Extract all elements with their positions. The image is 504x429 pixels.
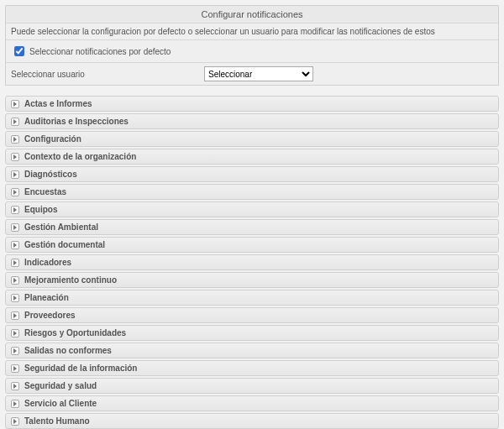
accordion-item[interactable]: Seguridad y salud — [5, 378, 499, 394]
panel-title: Configurar notificaciones — [6, 6, 498, 24]
accordion-label: Contexto de la organización — [24, 152, 136, 161]
expand-icon — [11, 170, 19, 179]
accordion-item[interactable]: Configuración — [5, 131, 499, 147]
accordion-label: Auditorias e Inspecciones — [24, 117, 129, 126]
accordion-item[interactable]: Riesgos y Oportunidades — [5, 325, 499, 341]
accordion-item[interactable]: Diagnósticos — [5, 166, 499, 182]
accordion-item[interactable]: Mejoramiento continuo — [5, 272, 499, 288]
expand-icon — [11, 364, 19, 373]
accordion-item[interactable]: Contexto de la organización — [5, 149, 499, 165]
expand-icon — [11, 223, 19, 232]
accordion-label: Configuración — [24, 134, 81, 144]
accordion-label: Mejoramiento continuo — [24, 275, 117, 285]
expand-icon — [11, 100, 19, 108]
expand-icon — [11, 188, 19, 196]
expand-icon — [11, 329, 19, 337]
expand-icon — [11, 276, 19, 285]
accordion-item[interactable]: Equipos — [5, 201, 499, 217]
accordion-item[interactable]: Auditorias e Inspecciones — [5, 113, 499, 129]
accordion-label: Seguridad de la información — [24, 364, 137, 373]
accordion-label: Gestión Ambiental — [24, 222, 98, 232]
expand-icon — [11, 294, 19, 302]
expand-icon — [11, 400, 19, 408]
expand-icon — [11, 311, 19, 320]
select-user-row: Seleccionar usuario Seleccionar — [6, 63, 498, 85]
accordion-label: Salidas no conformes — [24, 346, 112, 355]
accordion-label: Talento Humano — [24, 416, 90, 426]
expand-icon — [11, 259, 19, 267]
select-user-dropdown[interactable]: Seleccionar — [204, 66, 313, 81]
accordion-item[interactable]: Servicio al Cliente — [5, 395, 499, 411]
accordion-item[interactable]: Actas e Informes — [5, 96, 499, 112]
accordion-item[interactable]: Seguridad de la información — [5, 360, 499, 376]
expand-icon — [11, 135, 19, 144]
accordion-item[interactable]: Salidas no conformes — [5, 343, 499, 358]
accordion-label: Equipos — [24, 205, 57, 214]
categories-accordion: Actas e InformesAuditorias e Inspeccione… — [5, 96, 499, 429]
accordion-label: Servicio al Cliente — [24, 399, 97, 408]
accordion-label: Seguridad y salud — [24, 381, 97, 390]
expand-icon — [11, 382, 19, 390]
expand-icon — [11, 206, 19, 214]
accordion-label: Planeación — [24, 293, 69, 302]
expand-icon — [11, 241, 19, 249]
config-panel: Configurar notificaciones Puede seleccio… — [5, 5, 499, 86]
accordion-item[interactable]: Gestión Ambiental — [5, 219, 499, 235]
expand-icon — [11, 153, 19, 161]
expand-icon — [11, 417, 19, 426]
accordion-label: Actas e Informes — [24, 99, 92, 108]
expand-icon — [11, 347, 19, 355]
accordion-item[interactable]: Proveedores — [5, 307, 499, 323]
accordion-label: Proveedores — [24, 311, 76, 320]
expand-icon — [11, 118, 19, 126]
accordion-label: Indicadores — [24, 258, 71, 267]
default-notifications-row: Seleccionar notificaciones por defecto — [6, 40, 498, 63]
accordion-item[interactable]: Gestión documental — [5, 237, 499, 253]
select-user-label: Seleccionar usuario — [11, 70, 85, 79]
accordion-item[interactable]: Encuestas — [5, 184, 499, 200]
accordion-label: Encuestas — [24, 187, 66, 196]
accordion-item[interactable]: Indicadores — [5, 254, 499, 270]
accordion-item[interactable]: Planeación — [5, 290, 499, 306]
accordion-label: Diagnósticos — [24, 170, 77, 179]
panel-description: Puede seleccionar la configuracion por d… — [6, 24, 498, 40]
accordion-label: Riesgos y Oportunidades — [24, 328, 126, 337]
accordion-item[interactable]: Talento Humano — [5, 413, 499, 429]
default-notifications-checkbox[interactable] — [14, 46, 24, 56]
accordion-label: Gestión documental — [24, 240, 105, 249]
default-notifications-label: Seleccionar notificaciones por defecto — [29, 47, 171, 56]
